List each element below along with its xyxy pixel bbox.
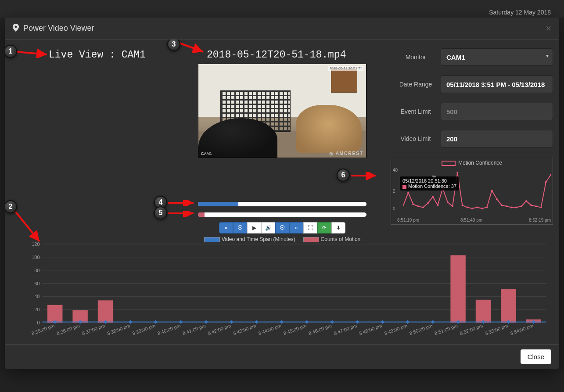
svg-point-16 xyxy=(481,208,483,209)
mini-ytick: 40 xyxy=(393,168,398,173)
svg-rect-49 xyxy=(476,300,491,323)
svg-text:40: 40 xyxy=(34,294,40,299)
svg-rect-65 xyxy=(356,320,359,324)
svg-text:8:45:00 pm: 8:45:00 pm xyxy=(283,323,307,336)
svg-text:8:50:00 pm: 8:50:00 pm xyxy=(409,323,433,336)
svg-point-26 xyxy=(530,205,532,206)
svg-point-2 xyxy=(412,203,414,205)
fast-forward-button[interactable]: » xyxy=(289,222,303,234)
video-cam-label: CAM1 xyxy=(201,151,212,156)
svg-point-13 xyxy=(467,206,468,208)
eventlimit-input[interactable] xyxy=(441,103,553,120)
video-preview[interactable]: 2018-05-12 20:51:21 CAM1 ◎ AMCREST xyxy=(198,64,366,158)
annotation-badge-1: 1 xyxy=(5,45,17,58)
svg-text:8:53:00 pm: 8:53:00 pm xyxy=(484,323,509,336)
close-button[interactable]: Close xyxy=(521,349,551,364)
mini-xtick: 8:51:49 pm xyxy=(460,218,482,223)
svg-point-1 xyxy=(407,192,409,194)
svg-point-17 xyxy=(486,206,488,208)
mini-xtick: 8:52:19 pm xyxy=(529,218,551,223)
play-button[interactable]: ▶ xyxy=(247,222,261,234)
videolimit-label: Video Limit xyxy=(391,135,441,142)
svg-point-23 xyxy=(516,206,517,208)
eventlimit-label: Event Limit xyxy=(391,108,441,115)
svg-line-94 xyxy=(15,212,40,241)
svg-point-15 xyxy=(476,206,478,208)
svg-text:8:42:00 pm: 8:42:00 pm xyxy=(207,323,232,336)
svg-text:8:36:00 pm: 8:36:00 pm xyxy=(56,323,80,336)
motion-confidence-chart[interactable]: Motion Confidence 40 2 0 8:51:19 pm 8:51… xyxy=(391,157,553,225)
legend-motion-label: Counts of Motion xyxy=(321,236,361,242)
video-brand-label: ◎ AMCREST xyxy=(329,151,363,156)
svg-point-9 xyxy=(447,201,449,203)
svg-rect-66 xyxy=(381,320,384,324)
motion-counts-chart[interactable]: 0204060801001208:35:00 pm8:36:00 pm8:37:… xyxy=(13,242,553,344)
daterange-label: Date Range xyxy=(391,81,441,88)
annotation-badge-5: 5 xyxy=(154,206,167,219)
topbar-date: Saturday 12 May 2018 xyxy=(489,9,551,16)
motion-progress-bar[interactable] xyxy=(198,212,366,217)
mini-chart-tooltip: 05/12/2018 20:51:30 Motion Confidence: 3… xyxy=(400,176,459,191)
svg-text:60: 60 xyxy=(34,281,40,286)
mute-button[interactable]: 🔊 xyxy=(261,222,275,234)
rewind-button[interactable]: « xyxy=(219,222,233,234)
step-back-button[interactable]: ⦿ xyxy=(233,222,247,234)
svg-text:8:52:00 pm: 8:52:00 pm xyxy=(459,323,484,336)
download-button[interactable]: ⬇ xyxy=(331,222,345,234)
svg-point-4 xyxy=(422,206,424,208)
svg-text:0: 0 xyxy=(37,320,40,325)
svg-point-18 xyxy=(491,190,493,191)
close-icon[interactable]: × xyxy=(546,23,551,34)
svg-text:8:41:00 pm: 8:41:00 pm xyxy=(182,323,206,336)
annotation-badge-3: 3 xyxy=(167,40,180,51)
svg-point-22 xyxy=(510,206,512,208)
svg-text:8:40:00 pm: 8:40:00 pm xyxy=(157,323,181,336)
svg-text:8:38:00 pm: 8:38:00 pm xyxy=(106,323,131,336)
svg-text:8:44:00 pm: 8:44:00 pm xyxy=(258,323,282,336)
svg-rect-45 xyxy=(47,305,62,323)
fullscreen-button[interactable]: ⛶ xyxy=(303,222,317,234)
modal-title: Power Video Viewer xyxy=(23,24,94,33)
svg-text:8:35:00 pm: 8:35:00 pm xyxy=(31,323,55,336)
svg-rect-61 xyxy=(255,320,258,324)
svg-text:8:46:00 pm: 8:46:00 pm xyxy=(308,323,332,336)
svg-rect-64 xyxy=(330,320,334,324)
live-view-label: Live View : CAM1 xyxy=(49,49,146,61)
svg-line-95 xyxy=(180,43,203,52)
svg-text:20: 20 xyxy=(34,307,40,312)
svg-point-28 xyxy=(540,206,542,208)
daterange-input[interactable] xyxy=(441,76,553,93)
filter-panel: Monitor CAM1 Date Range Event Limit xyxy=(391,48,553,157)
svg-text:8:48:00 pm: 8:48:00 pm xyxy=(358,323,383,336)
svg-point-21 xyxy=(506,205,507,207)
svg-rect-68 xyxy=(431,320,435,324)
progress-area xyxy=(198,199,366,217)
svg-point-6 xyxy=(432,196,434,198)
svg-point-11 xyxy=(456,172,458,173)
svg-text:8:47:00 pm: 8:47:00 pm xyxy=(333,323,358,336)
svg-point-24 xyxy=(521,205,522,207)
annotation-badge-6: 6 xyxy=(337,169,350,182)
svg-rect-50 xyxy=(501,289,516,323)
svg-text:80: 80 xyxy=(34,268,40,273)
main-chart-legend: Video and Time Span (Minutes) Counts of … xyxy=(198,236,366,242)
app-topbar xyxy=(0,0,564,18)
svg-rect-60 xyxy=(230,320,233,324)
svg-rect-67 xyxy=(406,320,410,324)
refresh-button[interactable]: ⟳ xyxy=(317,222,331,234)
monitor-select[interactable]: CAM1 xyxy=(441,48,553,66)
svg-point-27 xyxy=(535,205,537,207)
svg-point-5 xyxy=(427,202,429,204)
svg-rect-59 xyxy=(204,320,208,324)
svg-rect-57 xyxy=(154,320,158,324)
svg-text:8:37:00 pm: 8:37:00 pm xyxy=(81,323,106,336)
svg-point-20 xyxy=(501,205,503,206)
svg-point-25 xyxy=(525,200,527,202)
svg-text:8:49:00 pm: 8:49:00 pm xyxy=(384,323,408,336)
svg-rect-62 xyxy=(280,320,284,324)
step-forward-button[interactable]: ⦿ xyxy=(275,222,289,234)
videolimit-input[interactable] xyxy=(441,130,553,147)
monitor-label: Monitor xyxy=(391,54,441,61)
video-progress-bar[interactable] xyxy=(198,202,366,206)
mini-ytick: 0 xyxy=(393,206,395,211)
